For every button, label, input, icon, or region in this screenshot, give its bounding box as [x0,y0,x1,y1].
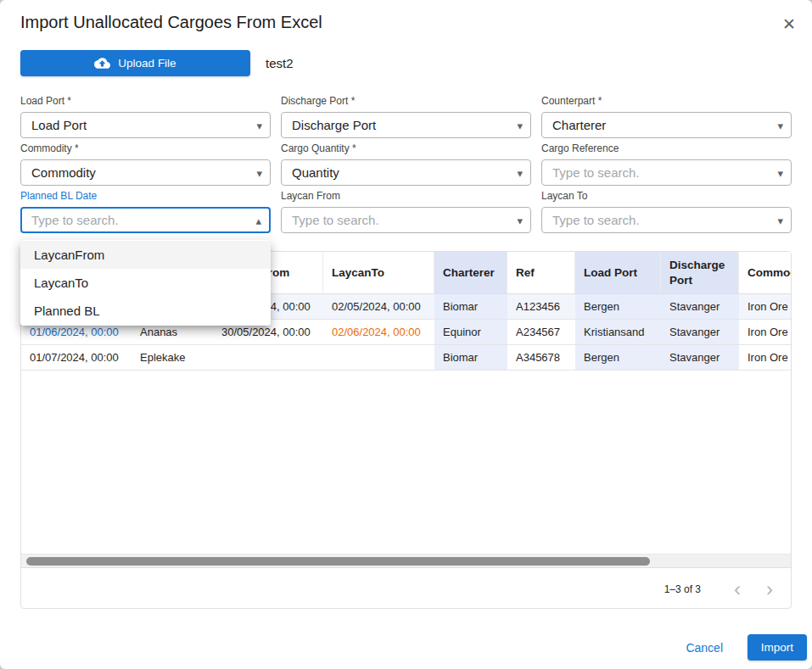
chevron-down-icon: ▾ [777,119,783,131]
pagination-bar: 1–3 of 3 ‹ › [21,567,791,609]
close-button[interactable]: ✕ [776,11,802,36]
field-cargo-reference: Cargo Reference Type to search. ▾ [541,142,792,186]
uploaded-file-name: test2 [266,50,294,76]
previous-page-button[interactable]: ‹ [725,577,750,602]
table-cell: Stavanger [661,345,739,370]
column-header[interactable]: LaycanTo [323,252,434,293]
chevron-down-icon: ▾ [777,166,783,179]
table-cell: Iron Ore [739,294,791,319]
cargo-quantity-select[interactable]: Quantity ▾ [281,159,531,186]
commodity-select[interactable]: Commodity ▾ [20,159,271,186]
table-cell: Iron Ore [739,345,791,370]
upload-file-label: Upload File [118,57,176,70]
menu-option-laycanfrom[interactable]: LaycanFrom [20,241,271,269]
close-icon: ✕ [782,14,796,34]
upload-file-button[interactable]: Upload File [20,50,250,76]
field-label: Planned BL Date [20,190,271,203]
table-cell: Eplekake [132,345,213,370]
dialog-actions: Cancel Import [679,634,807,661]
table-cell [213,345,323,370]
import-button[interactable]: Import [748,634,807,661]
menu-option-laycanto[interactable]: LaycanTo [20,269,271,297]
table-cell: A345678 [507,345,575,370]
table-cell: Bergen [575,294,661,319]
field-label: Commodity * [20,142,271,156]
planned-bl-date-dropdown-menu: LaycanFrom LaycanTo Planned BL [20,240,271,326]
table-cell: Stavanger [661,320,739,344]
table-cell: A234567 [507,320,575,344]
field-commodity: Commodity * Commodity ▾ [20,142,271,186]
select-placeholder: Type to search. [31,213,119,227]
chevron-down-icon: ▾ [256,119,262,131]
mapping-form: Load Port * Load Port ▾ Discharge Port *… [20,95,792,233]
chevron-down-icon: ▾ [777,214,783,226]
import-cargoes-dialog: Import Unallocated Cargoes From Excel ✕ … [0,0,812,669]
column-header[interactable]: Discharge Port [661,252,739,293]
chevron-right-icon: › [766,577,773,601]
table-cell: Equinor [434,320,507,344]
chevron-left-icon: ‹ [734,577,741,601]
column-header[interactable]: Commodity [739,252,791,293]
select-placeholder: Type to search. [552,165,640,180]
column-header[interactable]: Ref [507,252,575,293]
cancel-button[interactable]: Cancel [679,634,730,661]
table-cell [323,345,434,370]
table-cell: 01/07/2024, 00:00 [21,345,132,370]
chevron-up-icon: ▴ [255,214,261,226]
table-cell: Stavanger [661,294,739,319]
table-cell: 02/05/2024, 00:00 [323,294,434,319]
field-label: Cargo Reference [541,142,792,156]
dialog-title: Import Unallocated Cargoes From Excel [20,13,322,32]
cloud-upload-icon [94,55,110,71]
field-label: Discharge Port * [281,95,531,109]
menu-option-planned-bl[interactable]: Planned BL [20,297,271,325]
laycan-to-select[interactable]: Type to search. ▾ [541,207,792,233]
select-placeholder: Type to search. [292,213,379,227]
table-cell: Iron Ore [739,320,791,344]
cargo-reference-select[interactable]: Type to search. ▾ [541,159,792,186]
pagination-label: 1–3 of 3 [664,583,701,595]
field-label: Cargo Quantity * [281,142,531,156]
laycan-from-select[interactable]: Type to search. ▾ [281,207,531,233]
table-cell: Kristiansand [575,320,661,344]
column-header[interactable]: Load Port [575,252,661,293]
select-value: Charterer [552,118,606,132]
field-label: Counterpart * [541,95,792,109]
field-counterpart: Counterpart * Charterer ▾ [541,95,792,138]
table-cell: A123456 [507,294,575,319]
field-discharge-port: Discharge Port * Discharge Port ▾ [281,95,531,138]
field-label: Laycan From [281,190,531,203]
field-label: Laycan To [541,190,792,203]
column-header[interactable]: Charterer [434,252,507,293]
field-label: Load Port * [20,95,271,109]
select-placeholder: Type to search. [552,213,640,227]
next-page-button[interactable]: › [757,577,782,602]
scrollbar-thumb[interactable] [26,557,650,566]
select-value: Discharge Port [292,118,376,132]
field-load-port: Load Port * Load Port ▾ [20,95,271,138]
table-cell: Biomar [434,345,507,370]
chevron-down-icon: ▾ [517,214,523,226]
select-value: Commodity [31,165,96,180]
field-planned-bl-date: Planned BL Date Type to search. ▴ [20,190,271,233]
discharge-port-select[interactable]: Discharge Port ▾ [281,112,531,138]
field-laycan-from: Laycan From Type to search. ▾ [281,190,531,233]
table-cell: 02/06/2024, 00:00 [323,320,434,344]
horizontal-scrollbar[interactable] [21,554,791,567]
counterpart-select[interactable]: Charterer ▾ [541,112,792,138]
load-port-select[interactable]: Load Port ▾ [20,112,271,138]
select-value: Quantity [292,165,339,180]
table-cell: Bergen [575,345,661,370]
chevron-down-icon: ▾ [517,119,523,131]
table-row[interactable]: 01/07/2024, 00:00EplekakeBiomarA345678Be… [21,345,791,371]
chevron-down-icon: ▾ [256,166,262,179]
chevron-down-icon: ▾ [517,166,523,179]
field-cargo-quantity: Cargo Quantity * Quantity ▾ [281,142,531,186]
select-value: Load Port [31,118,87,132]
table-cell: Biomar [434,294,507,319]
field-laycan-to: Laycan To Type to search. ▾ [541,190,792,233]
planned-bl-date-select[interactable]: Type to search. ▴ [20,207,271,233]
